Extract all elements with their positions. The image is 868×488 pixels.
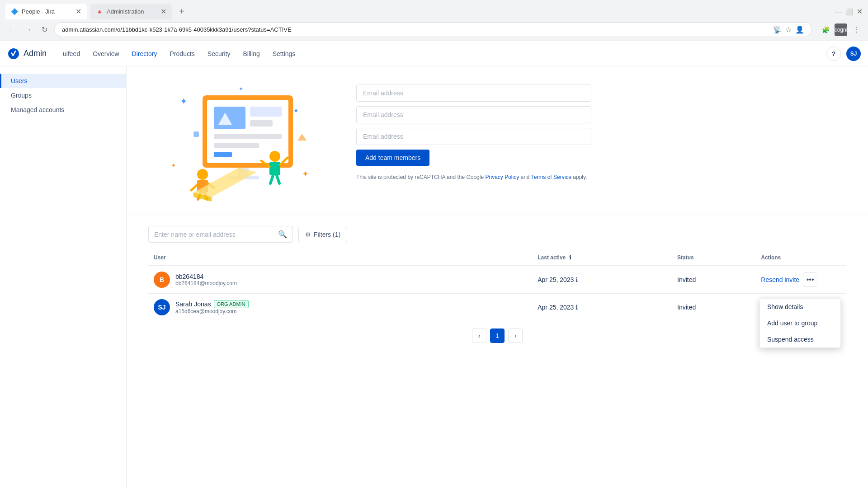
col-header-actions: Actions <box>755 250 846 266</box>
nav-uifeed[interactable]: uifeed <box>57 47 85 61</box>
app-header: Admin uifeed Overview Directory Products… <box>0 41 868 66</box>
browser-titlebar: 🔷 People - Jira ✕ 🔺 Administration ✕ + —… <box>0 0 868 19</box>
window-minimize[interactable]: — <box>835 8 842 16</box>
users-section: 🔍 ⚙ Filters (1) User Last active ℹ <box>127 215 868 361</box>
bookmark-icon[interactable]: ☆ <box>785 25 792 34</box>
filters-button[interactable]: ⚙ Filters (1) <box>298 227 347 242</box>
nav-products[interactable]: Products <box>165 47 200 61</box>
forward-button[interactable]: → <box>22 23 34 36</box>
svg-rect-12 <box>214 152 232 157</box>
tab-favicon-1: 🔷 <box>11 8 18 15</box>
useremail-2: a15d6cea@moodjoy.com <box>175 308 249 314</box>
tab-title-1: People - Jira <box>22 8 55 15</box>
page-1-btn[interactable]: 1 <box>490 328 505 343</box>
search-wrap: 🔍 <box>148 226 293 243</box>
svg-text:✦: ✦ <box>180 96 188 106</box>
incognito-badge: Incognito <box>835 23 847 36</box>
svg-rect-11 <box>214 143 259 148</box>
col-header-status: Status <box>672 250 755 266</box>
svg-line-26 <box>191 185 197 190</box>
browser-tab-2[interactable]: 🔺 Administration ✕ <box>90 4 172 19</box>
invite-form: Add team members This site is protected … <box>356 77 591 181</box>
dropdown-show-details[interactable]: Show details <box>760 299 840 315</box>
add-team-button[interactable]: Add team members <box>356 150 429 166</box>
browser-chrome: 🔷 People - Jira ✕ 🔺 Administration ✕ + —… <box>0 0 868 41</box>
recaptcha-text: This site is protected by reCAPTCHA and … <box>356 173 591 181</box>
sidebar-item-groups[interactable]: Groups <box>0 88 126 103</box>
nav-settings[interactable]: Settings <box>267 47 301 61</box>
browser-addressbar: ← → ↻ admin.atlassian.com/o/11bbd1kc-k52… <box>0 19 868 41</box>
search-filter-row: 🔍 ⚙ Filters (1) <box>148 226 846 243</box>
lastactive-1: Apr 25, 2023 ℹ <box>538 276 666 283</box>
email-input-1[interactable] <box>356 84 591 102</box>
col-header-user: User <box>148 250 532 266</box>
svg-point-22 <box>197 169 208 180</box>
nav-billing[interactable]: Billing <box>237 47 265 61</box>
url-text: admin.atlassian.com/o/11bbd1kc-k523-1k7a… <box>62 26 773 33</box>
nav-security[interactable]: Security <box>202 47 236 61</box>
avatar-1: B <box>154 272 170 288</box>
more-options-button[interactable]: ⋮ <box>850 23 863 36</box>
invite-illustration: ✦ ✦ ✦ ✦ ✦ <box>148 77 320 204</box>
svg-marker-31 <box>297 134 307 141</box>
back-button[interactable]: ← <box>5 23 18 36</box>
email-input-3[interactable] <box>356 128 591 145</box>
privacy-policy-link[interactable]: Privacy Policy <box>485 174 519 180</box>
tab-close-2[interactable]: ✕ <box>160 7 166 16</box>
cast-icon[interactable]: 📡 <box>773 25 782 34</box>
user-cell-2: SJ Sarah Jonas ORG ADMIN a15d6cea@moodjo… <box>148 294 532 321</box>
more-actions-btn-1[interactable]: ••• <box>803 272 817 287</box>
nav-overview[interactable]: Overview <box>87 47 124 61</box>
email-input-2[interactable] <box>356 106 591 123</box>
tab-title-2: Administration <box>107 8 144 15</box>
svg-text:✦: ✦ <box>171 162 176 169</box>
window-maximize[interactable]: ⬜ <box>845 8 853 15</box>
content-area: ✦ ✦ ✦ ✦ ✦ <box>127 66 868 488</box>
table-body: B bb264184 bb264184@moodjoy.com Apr 25, … <box>148 266 846 321</box>
col-header-lastactive: Last active ℹ <box>532 250 672 266</box>
svg-text:✦: ✦ <box>302 169 309 178</box>
table-row: B bb264184 bb264184@moodjoy.com Apr 25, … <box>148 266 846 294</box>
svg-rect-7 <box>214 107 245 129</box>
profile-icon[interactable]: 👤 <box>795 25 804 34</box>
search-icon[interactable]: 🔍 <box>278 230 287 239</box>
app-nav: uifeed Overview Directory Products Secur… <box>57 47 826 61</box>
tab-close-1[interactable]: ✕ <box>75 7 81 16</box>
useremail-1: bb264184@moodjoy.com <box>175 280 237 286</box>
lastactive-info-icon[interactable]: ℹ <box>569 254 571 261</box>
resend-invite-btn-1[interactable]: Resend invite <box>761 276 799 283</box>
svg-rect-10 <box>214 134 282 139</box>
svg-text:✦: ✦ <box>293 107 299 115</box>
url-bar[interactable]: admin.atlassian.com/o/11bbd1kc-k523-1k7a… <box>54 22 812 37</box>
help-button[interactable]: ? <box>826 47 841 61</box>
user-avatar[interactable]: SJ <box>846 47 861 61</box>
browser-tab-1[interactable]: 🔷 People - Jira ✕ <box>5 4 87 19</box>
svg-rect-8 <box>250 107 282 117</box>
user-cell-1: B bb264184 bb264184@moodjoy.com <box>148 266 532 294</box>
lastactive-2: Apr 25, 2023 ℹ <box>538 304 666 311</box>
table-header: User Last active ℹ Status Actions <box>148 250 846 266</box>
users-table: User Last active ℹ Status Actions <box>148 250 846 321</box>
lastactive-info-icon-1[interactable]: ℹ <box>576 276 578 283</box>
atlassian-icon <box>7 47 20 60</box>
reload-button[interactable]: ↻ <box>38 23 51 36</box>
app-logo: Admin <box>7 47 47 60</box>
nav-directory[interactable]: Directory <box>127 47 163 61</box>
dropdown-suspend[interactable]: Suspend access <box>760 331 840 347</box>
search-input[interactable] <box>154 231 278 238</box>
status-1: Invited <box>672 266 755 294</box>
lastactive-info-icon-2[interactable]: ℹ <box>576 304 578 311</box>
sidebar-item-managed[interactable]: Managed accounts <box>0 103 126 117</box>
pagination: ‹ 1 › <box>148 321 846 350</box>
prev-page-btn[interactable]: ‹ <box>472 328 486 343</box>
sidebar-item-users[interactable]: Users <box>0 74 126 88</box>
next-page-btn[interactable]: › <box>508 328 523 343</box>
tab-favicon-2: 🔺 <box>96 8 103 15</box>
dropdown-add-to-group[interactable]: Add user to group <box>760 315 840 331</box>
new-tab-button[interactable]: + <box>175 5 188 18</box>
window-close[interactable]: ✕ <box>857 7 863 16</box>
filter-icon: ⚙ <box>305 231 311 238</box>
filters-label: Filters (1) <box>314 231 340 238</box>
terms-link[interactable]: Terms of Service <box>531 174 571 180</box>
user-info-2: Sarah Jonas ORG ADMIN a15d6cea@moodjoy.c… <box>175 300 249 314</box>
